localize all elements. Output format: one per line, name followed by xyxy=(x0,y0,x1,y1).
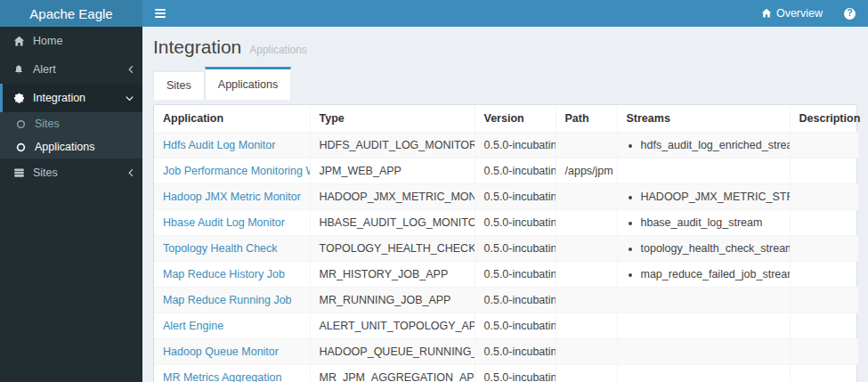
circle-o-icon xyxy=(14,142,27,152)
application-cell: Hadoop JMX Metric Monitor xyxy=(154,184,310,210)
tab-applications[interactable]: Applications xyxy=(205,67,291,100)
applications-table-body: Hdfs Audit Log Monitor HDFS_AUDIT_LOG_MO… xyxy=(154,133,858,382)
version-cell: 0.5.0-incubating xyxy=(475,339,556,365)
path-cell xyxy=(556,210,617,236)
application-link[interactable]: Hdfs Audit Log Monitor xyxy=(163,139,275,151)
tab-bar: Sites Applications xyxy=(153,67,857,100)
top-navbar: Apache Eagle Overview ? xyxy=(0,0,868,27)
hamburger-icon xyxy=(155,9,166,11)
sidebar-item-label: Integration xyxy=(33,92,118,104)
stream-item: map_reduce_failed_job_stream xyxy=(641,268,781,280)
application-link[interactable]: Topology Health Check xyxy=(163,242,278,255)
version-cell: 0.5.0-incubating xyxy=(475,158,556,184)
application-link[interactable]: MR Metrics Aggregation xyxy=(163,371,281,382)
version-cell: 0.5.0-incubating xyxy=(475,133,556,158)
type-cell: HADOOP_QUEUE_RUNNING_APP xyxy=(310,339,475,365)
sidebar-item-sites[interactable]: Sites xyxy=(0,158,142,187)
navbar-main: Overview ? xyxy=(142,0,868,27)
chevron-down-icon xyxy=(126,95,134,102)
application-link[interactable]: Map Reduce Running Job xyxy=(163,294,292,306)
table-row: Map Reduce Running Job MR_RUNNING_JOB_AP… xyxy=(154,288,858,313)
streams-cell: HADOOP_JMX_METRIC_STREAM xyxy=(617,184,790,210)
version-cell: 0.5.0-incubating xyxy=(475,236,556,262)
app-window: Apache Eagle Overview ? Home xyxy=(0,0,868,382)
streams-cell xyxy=(617,288,790,313)
streams-cell xyxy=(617,158,790,184)
description-cell xyxy=(790,236,858,262)
type-cell: TOPOLOGY_HEALTH_CHECK_APP xyxy=(310,236,475,262)
path-cell: /apps/jpm xyxy=(556,158,617,184)
sidebar-subitem-label: Sites xyxy=(35,118,134,130)
application-link[interactable]: Job Performance Monitoring Web xyxy=(163,165,310,177)
sidebar-item-alert[interactable]: Alert xyxy=(0,55,142,84)
overview-link[interactable]: Overview xyxy=(752,0,831,27)
sidebar-subitem-sites[interactable]: Sites xyxy=(0,112,142,135)
streams-cell: topology_health_check_stream xyxy=(617,236,790,262)
type-cell: HADOOP_JMX_METRIC_MONITOR xyxy=(310,184,475,210)
streams-list: map_reduce_failed_job_stream xyxy=(627,268,781,280)
application-link[interactable]: Map Reduce History Job xyxy=(163,268,285,280)
tab-sites[interactable]: Sites xyxy=(153,71,205,100)
table-header: Application Type Version Path Streams De… xyxy=(154,105,858,133)
table-row: Hadoop Queue Monitor HADOOP_QUEUE_RUNNIN… xyxy=(154,339,858,365)
home-icon xyxy=(12,36,25,47)
application-link[interactable]: Hadoop JMX Metric Monitor xyxy=(163,191,301,203)
page-header: Integration Applications xyxy=(153,37,857,58)
sidebar-subitem-applications[interactable]: Applications xyxy=(0,135,142,158)
type-cell: MR_JPM_AGGREGATION_APP xyxy=(310,365,475,382)
path-cell xyxy=(556,184,617,210)
application-link[interactable]: Hbase Audit Log Monitor xyxy=(163,216,285,229)
help-button[interactable]: ? xyxy=(831,0,868,27)
version-cell: 0.5.0-incubating xyxy=(475,262,556,288)
description-cell xyxy=(790,288,858,313)
stream-item: hdfs_audit_log_enriched_stream xyxy=(641,139,781,151)
column-header-type: Type xyxy=(310,105,475,133)
description-cell xyxy=(790,262,858,288)
stream-item: hbase_audit_log_stream xyxy=(641,216,781,229)
sidebar-toggle-button[interactable] xyxy=(142,0,178,27)
bell-icon xyxy=(12,64,25,76)
sidebar: Home Alert Integration xyxy=(0,27,142,382)
streams-list: hdfs_audit_log_enriched_stream xyxy=(627,139,781,151)
sidebar-item-label: Home xyxy=(33,35,134,47)
column-header-streams: Streams xyxy=(617,105,790,133)
streams-cell xyxy=(617,339,790,365)
path-cell xyxy=(556,313,617,339)
column-header-path: Path xyxy=(556,105,617,133)
question-circle-icon: ? xyxy=(844,8,856,20)
page-title: Integration xyxy=(153,37,241,58)
puzzle-icon xyxy=(12,93,25,104)
application-cell: Hbase Audit Log Monitor xyxy=(154,210,310,236)
table-row: Topology Health Check TOPOLOGY_HEALTH_CH… xyxy=(154,236,858,262)
sidebar-item-integration[interactable]: Integration xyxy=(0,84,142,112)
sidebar-item-home[interactable]: Home xyxy=(0,27,142,55)
application-cell: Job Performance Monitoring Web xyxy=(154,158,310,184)
table-row: Hbase Audit Log Monitor HBASE_AUDIT_LOG_… xyxy=(154,210,858,236)
application-link[interactable]: Alert Engine xyxy=(163,320,223,332)
path-cell xyxy=(556,288,617,313)
table-row: Job Performance Monitoring Web JPM_WEB_A… xyxy=(154,158,858,184)
description-cell xyxy=(790,133,858,158)
column-header-application: Application xyxy=(154,105,310,133)
sidebar-item-label: Sites xyxy=(33,167,120,179)
stream-item: topology_health_check_stream xyxy=(641,242,781,255)
type-cell: MR_RUNNING_JOB_APP xyxy=(310,288,475,313)
hamburger-icon xyxy=(155,12,166,14)
overview-label: Overview xyxy=(776,7,823,20)
version-cell: 0.5.0-incubating xyxy=(475,313,556,339)
description-cell xyxy=(790,210,858,236)
table-row: MR Metrics Aggregation MR_JPM_AGGREGATIO… xyxy=(154,365,858,382)
description-cell xyxy=(790,365,858,382)
sidebar-item-label: Alert xyxy=(33,63,120,76)
brand-logo[interactable]: Apache Eagle xyxy=(0,0,142,27)
home-icon xyxy=(761,8,772,19)
streams-cell: map_reduce_failed_job_stream xyxy=(617,262,790,288)
application-link[interactable]: Hadoop Queue Monitor xyxy=(163,345,279,358)
type-cell: JPM_WEB_APP xyxy=(310,158,475,184)
path-cell xyxy=(556,262,617,288)
stream-item: HADOOP_JMX_METRIC_STREAM xyxy=(641,191,781,203)
path-cell xyxy=(556,133,617,158)
type-cell: ALERT_UNIT_TOPOLOGY_APP xyxy=(310,313,475,339)
main-content: Integration Applications Sites Applicati… xyxy=(142,27,868,382)
version-cell: 0.5.0-incubating xyxy=(475,288,556,313)
